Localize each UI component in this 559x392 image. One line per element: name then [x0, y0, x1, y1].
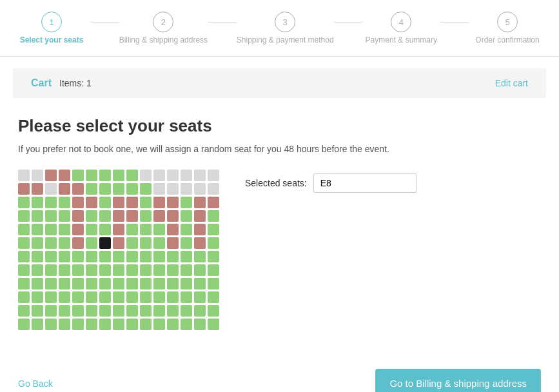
seat-0-7[interactable]: [113, 170, 124, 181]
seat-7-14[interactable]: [208, 264, 219, 276]
seat-10-1[interactable]: [32, 305, 43, 317]
seat-2-9[interactable]: [140, 197, 152, 208]
edit-cart-link[interactable]: Edit cart: [495, 78, 528, 88]
seat-0-6[interactable]: [99, 170, 111, 181]
seat-0-4[interactable]: [72, 170, 84, 181]
seat-11-6[interactable]: [99, 318, 111, 330]
seat-8-3[interactable]: [59, 278, 70, 289]
seat-1-5[interactable]: [86, 183, 97, 195]
seat-5-12[interactable]: [181, 237, 192, 249]
seat-9-10[interactable]: [153, 291, 165, 303]
seat-10-3[interactable]: [59, 305, 70, 317]
seat-3-2[interactable]: [45, 210, 57, 222]
seat-4-5[interactable]: [86, 224, 97, 235]
seat-6-3[interactable]: [59, 251, 70, 262]
seat-7-10[interactable]: [153, 264, 165, 276]
go-back-link[interactable]: Go Back: [18, 378, 53, 389]
seat-10-14[interactable]: [208, 305, 219, 317]
seat-11-7[interactable]: [113, 318, 124, 330]
seat-9-8[interactable]: [126, 291, 138, 303]
seat-8-0[interactable]: [18, 278, 30, 289]
seat-6-12[interactable]: [181, 251, 192, 262]
seat-3-1[interactable]: [32, 210, 43, 222]
seat-9-12[interactable]: [181, 291, 192, 303]
seat-4-6[interactable]: [99, 224, 111, 235]
seat-5-3[interactable]: [59, 237, 70, 249]
seat-7-5[interactable]: [86, 264, 97, 276]
seat-6-9[interactable]: [140, 251, 152, 262]
seat-10-10[interactable]: [153, 305, 165, 317]
seat-3-5[interactable]: [86, 210, 97, 222]
seat-11-11[interactable]: [167, 318, 179, 330]
seat-5-1[interactable]: [32, 237, 43, 249]
seat-11-5[interactable]: [86, 318, 97, 330]
seat-5-8[interactable]: [126, 237, 138, 249]
seat-4-9[interactable]: [140, 224, 152, 235]
seat-10-12[interactable]: [181, 305, 192, 317]
seat-5-10[interactable]: [153, 237, 165, 249]
seat-11-0[interactable]: [18, 318, 30, 330]
seat-6-10[interactable]: [153, 251, 165, 262]
seat-10-8[interactable]: [126, 305, 138, 317]
seat-3-9[interactable]: [140, 210, 152, 222]
seat-7-2[interactable]: [45, 264, 57, 276]
seat-10-7[interactable]: [113, 305, 124, 317]
seat-4-10[interactable]: [153, 224, 165, 235]
seat-6-7[interactable]: [113, 251, 124, 262]
seat-7-6[interactable]: [99, 264, 111, 276]
seat-9-13[interactable]: [194, 291, 206, 303]
seat-7-13[interactable]: [194, 264, 206, 276]
seat-11-2[interactable]: [45, 318, 57, 330]
seat-6-0[interactable]: [18, 251, 30, 262]
seat-7-9[interactable]: [140, 264, 152, 276]
seat-1-9[interactable]: [140, 183, 152, 195]
seat-7-3[interactable]: [59, 264, 70, 276]
seat-4-12[interactable]: [181, 224, 192, 235]
seat-11-8[interactable]: [126, 318, 138, 330]
seat-6-5[interactable]: [86, 251, 97, 262]
seat-9-2[interactable]: [45, 291, 57, 303]
seat-10-5[interactable]: [86, 305, 97, 317]
seat-8-13[interactable]: [194, 278, 206, 289]
seat-5-14[interactable]: [208, 237, 219, 249]
seat-4-14[interactable]: [208, 224, 219, 235]
seat-11-12[interactable]: [181, 318, 192, 330]
seat-8-4[interactable]: [72, 278, 84, 289]
seat-11-9[interactable]: [140, 318, 152, 330]
seat-3-12[interactable]: [181, 210, 192, 222]
seat-2-3[interactable]: [59, 197, 70, 208]
seat-9-3[interactable]: [59, 291, 70, 303]
seat-7-12[interactable]: [181, 264, 192, 276]
seat-2-6[interactable]: [99, 197, 111, 208]
seat-6-14[interactable]: [208, 251, 219, 262]
seat-11-1[interactable]: [32, 318, 43, 330]
seat-8-5[interactable]: [86, 278, 97, 289]
seat-3-3[interactable]: [59, 210, 70, 222]
seat-7-0[interactable]: [18, 264, 30, 276]
seat-6-2[interactable]: [45, 251, 57, 262]
seat-5-5[interactable]: [86, 237, 97, 249]
seat-9-6[interactable]: [99, 291, 111, 303]
seat-10-6[interactable]: [99, 305, 111, 317]
seat-9-14[interactable]: [208, 291, 219, 303]
seat-8-8[interactable]: [126, 278, 138, 289]
seat-6-8[interactable]: [126, 251, 138, 262]
seat-8-1[interactable]: [32, 278, 43, 289]
seat-0-8[interactable]: [126, 170, 138, 181]
seat-9-5[interactable]: [86, 291, 97, 303]
seat-8-7[interactable]: [113, 278, 124, 289]
seat-11-13[interactable]: [194, 318, 206, 330]
seat-10-0[interactable]: [18, 305, 30, 317]
seat-8-12[interactable]: [181, 278, 192, 289]
seat-2-0[interactable]: [18, 197, 30, 208]
seat-3-14[interactable]: [208, 210, 219, 222]
seat-9-0[interactable]: [18, 291, 30, 303]
seat-6-11[interactable]: [167, 251, 179, 262]
seat-10-4[interactable]: [72, 305, 84, 317]
seat-11-3[interactable]: [59, 318, 70, 330]
seat-8-2[interactable]: [45, 278, 57, 289]
seat-0-5[interactable]: [86, 170, 97, 181]
seat-7-7[interactable]: [113, 264, 124, 276]
seat-10-11[interactable]: [167, 305, 179, 317]
seat-7-1[interactable]: [32, 264, 43, 276]
